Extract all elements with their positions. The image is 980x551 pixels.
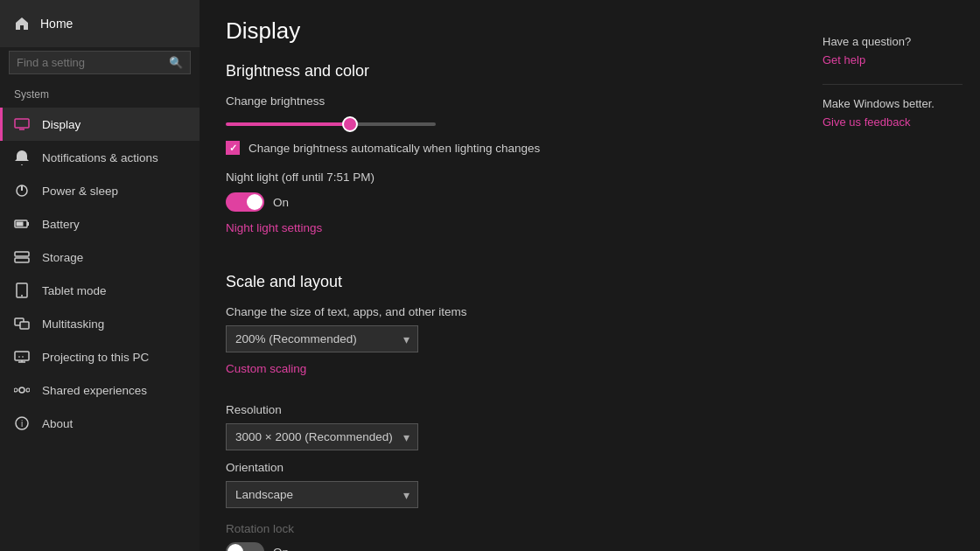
scale-dropdown-wrapper: 100% 125% 150% 175% 200% (Recommended) 2… [226, 325, 418, 352]
sidebar-item-label: Tablet mode [42, 284, 107, 297]
brightness-section-title: Brightness and color [226, 62, 770, 80]
rotation-lock-toggle-row: On [226, 542, 770, 551]
shared-icon [14, 382, 30, 398]
orientation-dropdown[interactable]: Landscape Portrait Landscape (flipped) P… [226, 481, 418, 508]
right-panel: Have a question? Get help Make Windows b… [805, 0, 980, 551]
sidebar-item-label: Display [42, 118, 80, 131]
night-light-settings-link[interactable]: Night light settings [226, 221, 322, 234]
svg-point-10 [21, 295, 23, 296]
sidebar-item-label: Storage [42, 251, 83, 264]
help-title: Have a question? [822, 35, 962, 48]
svg-rect-6 [27, 222, 29, 226]
orientation-dropdown-wrapper: Landscape Portrait Landscape (flipped) P… [226, 481, 418, 508]
brightness-slider[interactable] [226, 122, 436, 126]
auto-brightness-row: Change brightness automatically when lig… [226, 141, 770, 155]
resolution-label: Resolution [226, 403, 770, 416]
home-icon [14, 16, 30, 31]
svg-point-19 [26, 388, 30, 392]
size-label: Change the size of text, apps, and other… [226, 305, 770, 318]
search-icon: 🔍 [169, 56, 183, 69]
night-light-toggle-text: On [273, 196, 289, 209]
right-panel-divider [822, 84, 962, 85]
main-content: Display Brightness and color Change brig… [200, 0, 805, 551]
rotation-lock-label: Rotation lock [226, 522, 770, 535]
sidebar-item-display[interactable]: Display [0, 108, 200, 141]
search-input[interactable] [17, 56, 169, 69]
svg-rect-5 [17, 222, 24, 227]
sidebar-item-storage[interactable]: Storage [0, 241, 200, 274]
notifications-icon [14, 150, 30, 165]
brightness-section: Brightness and color Change brightness C… [226, 62, 770, 252]
feedback-link[interactable]: Give us feedback [822, 115, 962, 129]
multitasking-icon [14, 316, 30, 331]
change-brightness-label: Change brightness [226, 94, 770, 108]
sidebar-item-home[interactable]: Home [0, 0, 200, 47]
toggle-knob [247, 194, 262, 210]
svg-rect-0 [15, 119, 29, 128]
sidebar-item-label: About [42, 417, 73, 430]
sidebar: Home 🔍 System Display Notifications & ac… [0, 0, 200, 551]
windows-label: Make Windows better. [822, 97, 962, 110]
page-title: Display [226, 17, 770, 45]
about-icon: i [14, 415, 30, 431]
custom-scaling-link[interactable]: Custom scaling [226, 362, 306, 375]
search-box[interactable]: 🔍 [9, 51, 191, 74]
sidebar-item-notifications[interactable]: Notifications & actions [0, 141, 200, 174]
sidebar-item-battery[interactable]: Battery [0, 207, 200, 241]
rotation-lock-knob [228, 544, 243, 551]
sidebar-item-about[interactable]: i About [0, 407, 200, 440]
svg-rect-8 [15, 258, 29, 262]
scale-dropdown[interactable]: 100% 125% 150% 175% 200% (Recommended) 2… [226, 325, 418, 352]
scale-section: Scale and layout Change the size of text… [226, 273, 770, 551]
sidebar-item-label: Projecting to this PC [42, 351, 149, 364]
rotation-lock-text: On [273, 546, 289, 552]
orientation-label: Orientation [226, 461, 770, 474]
projecting-icon [14, 349, 30, 365]
svg-text:i: i [21, 419, 23, 429]
sidebar-item-label: Notifications & actions [42, 151, 158, 164]
svg-rect-13 [15, 352, 29, 360]
svg-point-18 [14, 388, 18, 392]
display-icon [14, 116, 30, 132]
power-icon [14, 183, 30, 199]
resolution-dropdown[interactable]: 3000 × 2000 (Recommended) 2560 × 1600 19… [226, 423, 418, 450]
get-help-link[interactable]: Get help [822, 53, 962, 66]
auto-brightness-checkbox[interactable] [226, 141, 240, 155]
svg-rect-7 [15, 252, 29, 256]
scale-section-title: Scale and layout [226, 273, 770, 291]
brightness-slider-container [226, 115, 770, 129]
sidebar-item-projecting[interactable]: Projecting to this PC [0, 340, 200, 373]
sidebar-item-power[interactable]: Power & sleep [0, 174, 200, 207]
sidebar-item-label: Shared experiences [42, 384, 147, 397]
sidebar-item-label: Power & sleep [42, 185, 118, 198]
storage-icon [14, 249, 30, 265]
system-label: System [0, 85, 200, 108]
tablet-icon [14, 282, 30, 298]
night-light-label: Night light (off until 7:51 PM) [226, 171, 770, 184]
home-label: Home [40, 17, 73, 31]
sidebar-item-label: Multitasking [42, 317, 104, 331]
sidebar-item-shared[interactable]: Shared experiences [0, 373, 200, 407]
svg-rect-12 [20, 322, 29, 329]
auto-brightness-label: Change brightness automatically when lig… [248, 142, 540, 155]
svg-point-17 [19, 387, 24, 393]
resolution-dropdown-wrapper: 3000 × 2000 (Recommended) 2560 × 1600 19… [226, 423, 418, 450]
sidebar-item-tablet[interactable]: Tablet mode [0, 274, 200, 307]
battery-icon [14, 216, 30, 232]
rotation-lock-toggle[interactable] [226, 542, 264, 551]
sidebar-item-label: Battery [42, 218, 80, 231]
night-light-toggle[interactable] [226, 192, 264, 212]
night-light-toggle-row: On [226, 192, 770, 212]
sidebar-item-multitasking[interactable]: Multitasking [0, 307, 200, 340]
